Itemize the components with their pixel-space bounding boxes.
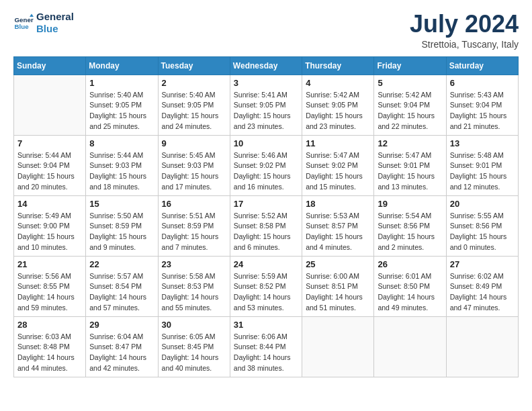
day-number: 3 (234, 78, 298, 88)
page: General Blue General Blue July 2024 Stre… (0, 0, 532, 388)
day-number: 24 (234, 259, 298, 269)
svg-text:General: General (15, 16, 34, 24)
header: General Blue General Blue July 2024 Stre… (13, 11, 519, 50)
calendar-cell: 22Sunrise: 5:57 AMSunset: 8:54 PMDayligh… (86, 256, 158, 316)
day-number: 29 (89, 320, 154, 330)
day-number: 10 (234, 138, 298, 148)
logo-icon: General Blue (13, 13, 34, 33)
calendar-cell: 28Sunrise: 6:03 AMSunset: 8:48 PMDayligh… (14, 316, 86, 377)
calendar-cell: 11Sunrise: 5:47 AMSunset: 9:02 PMDayligh… (302, 135, 374, 195)
calendar-cell: 7Sunrise: 5:44 AMSunset: 9:04 PMDaylight… (14, 135, 86, 195)
calendar-cell: 19Sunrise: 5:54 AMSunset: 8:56 PMDayligh… (374, 195, 446, 256)
day-info: Sunrise: 5:43 AMSunset: 9:04 PMDaylight:… (450, 90, 515, 132)
title-block: July 2024 Strettoia, Tuscany, Italy (410, 11, 519, 50)
day-number: 22 (89, 259, 154, 269)
calendar-cell: 15Sunrise: 5:50 AMSunset: 8:59 PMDayligh… (86, 195, 158, 256)
calendar-cell (374, 316, 446, 377)
day-info: Sunrise: 5:59 AMSunset: 8:52 PMDaylight:… (234, 271, 298, 314)
day-number: 4 (306, 78, 370, 88)
day-number: 28 (17, 320, 82, 330)
calendar-cell: 29Sunrise: 6:04 AMSunset: 8:47 PMDayligh… (86, 316, 158, 377)
location: Strettoia, Tuscany, Italy (410, 39, 519, 50)
day-info: Sunrise: 5:46 AMSunset: 9:02 PMDaylight:… (234, 150, 298, 193)
day-number: 9 (162, 138, 226, 148)
logo: General Blue General Blue (13, 11, 74, 35)
calendar-week-1: 1Sunrise: 5:40 AMSunset: 9:05 PMDaylight… (14, 75, 519, 135)
day-info: Sunrise: 6:03 AMSunset: 8:48 PMDaylight:… (17, 332, 82, 374)
header-sunday: Sunday (14, 56, 86, 75)
day-number: 21 (17, 259, 82, 269)
day-info: Sunrise: 6:02 AMSunset: 8:49 PMDaylight:… (450, 271, 515, 314)
calendar-week-3: 14Sunrise: 5:49 AMSunset: 9:00 PMDayligh… (14, 195, 519, 256)
day-info: Sunrise: 5:42 AMSunset: 9:05 PMDaylight:… (306, 90, 370, 132)
logo-general: General (36, 11, 74, 23)
day-number: 8 (89, 138, 154, 148)
day-info: Sunrise: 5:49 AMSunset: 9:00 PMDaylight:… (17, 211, 82, 253)
calendar-cell: 26Sunrise: 6:01 AMSunset: 8:50 PMDayligh… (374, 256, 446, 316)
day-info: Sunrise: 5:44 AMSunset: 9:03 PMDaylight:… (89, 150, 154, 193)
day-number: 13 (450, 138, 515, 148)
day-info: Sunrise: 6:04 AMSunset: 8:47 PMDaylight:… (89, 332, 154, 374)
calendar-cell (14, 75, 86, 135)
day-number: 12 (378, 138, 442, 148)
svg-text:Blue: Blue (15, 23, 30, 30)
calendar-cell: 31Sunrise: 6:06 AMSunset: 8:44 PMDayligh… (230, 316, 302, 377)
header-saturday: Saturday (446, 56, 518, 75)
calendar-cell (302, 316, 374, 377)
day-info: Sunrise: 5:53 AMSunset: 8:57 PMDaylight:… (306, 211, 370, 253)
logo-blue: Blue (36, 23, 74, 35)
calendar-cell: 4Sunrise: 5:42 AMSunset: 9:05 PMDaylight… (302, 75, 374, 135)
day-number: 26 (378, 259, 442, 269)
day-number: 6 (450, 78, 515, 88)
calendar-cell: 12Sunrise: 5:47 AMSunset: 9:01 PMDayligh… (374, 135, 446, 195)
calendar-cell: 30Sunrise: 6:05 AMSunset: 8:45 PMDayligh… (158, 316, 230, 377)
calendar-cell: 2Sunrise: 5:40 AMSunset: 9:05 PMDaylight… (158, 75, 230, 135)
calendar-cell: 24Sunrise: 5:59 AMSunset: 8:52 PMDayligh… (230, 256, 302, 316)
day-number: 23 (162, 259, 226, 269)
calendar-cell: 6Sunrise: 5:43 AMSunset: 9:04 PMDaylight… (446, 75, 518, 135)
calendar-cell: 25Sunrise: 6:00 AMSunset: 8:51 PMDayligh… (302, 256, 374, 316)
day-info: Sunrise: 5:40 AMSunset: 9:05 PMDaylight:… (89, 90, 154, 132)
day-info: Sunrise: 5:42 AMSunset: 9:04 PMDaylight:… (378, 90, 442, 132)
day-info: Sunrise: 6:00 AMSunset: 8:51 PMDaylight:… (306, 271, 370, 314)
day-number: 5 (378, 78, 442, 88)
calendar-cell: 27Sunrise: 6:02 AMSunset: 8:49 PMDayligh… (446, 256, 518, 316)
calendar-week-2: 7Sunrise: 5:44 AMSunset: 9:04 PMDaylight… (14, 135, 519, 195)
day-info: Sunrise: 5:52 AMSunset: 8:58 PMDaylight:… (234, 211, 298, 253)
day-info: Sunrise: 5:48 AMSunset: 9:01 PMDaylight:… (450, 150, 515, 193)
header-wednesday: Wednesday (230, 56, 302, 75)
day-number: 31 (234, 320, 298, 330)
calendar-cell: 9Sunrise: 5:45 AMSunset: 9:03 PMDaylight… (158, 135, 230, 195)
day-info: Sunrise: 6:06 AMSunset: 8:44 PMDaylight:… (234, 332, 298, 374)
header-monday: Monday (86, 56, 158, 75)
calendar-cell: 23Sunrise: 5:58 AMSunset: 8:53 PMDayligh… (158, 256, 230, 316)
day-number: 18 (306, 199, 370, 209)
day-number: 17 (234, 199, 298, 209)
day-number: 7 (17, 138, 82, 148)
day-info: Sunrise: 5:44 AMSunset: 9:04 PMDaylight:… (17, 150, 82, 193)
day-number: 19 (378, 199, 442, 209)
day-info: Sunrise: 6:01 AMSunset: 8:50 PMDaylight:… (378, 271, 442, 314)
day-info: Sunrise: 5:47 AMSunset: 9:01 PMDaylight:… (378, 150, 442, 193)
calendar-cell: 3Sunrise: 5:41 AMSunset: 9:05 PMDaylight… (230, 75, 302, 135)
calendar-table: SundayMondayTuesdayWednesdayThursdayFrid… (13, 56, 519, 377)
day-number: 1 (89, 78, 154, 88)
day-info: Sunrise: 5:58 AMSunset: 8:53 PMDaylight:… (162, 271, 226, 314)
day-number: 25 (306, 259, 370, 269)
calendar-week-5: 28Sunrise: 6:03 AMSunset: 8:48 PMDayligh… (14, 316, 519, 377)
day-info: Sunrise: 5:45 AMSunset: 9:03 PMDaylight:… (162, 150, 226, 193)
header-friday: Friday (374, 56, 446, 75)
day-info: Sunrise: 5:50 AMSunset: 8:59 PMDaylight:… (89, 211, 154, 253)
day-info: Sunrise: 6:05 AMSunset: 8:45 PMDaylight:… (162, 332, 226, 374)
calendar-cell: 16Sunrise: 5:51 AMSunset: 8:59 PMDayligh… (158, 195, 230, 256)
calendar-week-4: 21Sunrise: 5:56 AMSunset: 8:55 PMDayligh… (14, 256, 519, 316)
day-number: 27 (450, 259, 515, 269)
calendar-cell: 1Sunrise: 5:40 AMSunset: 9:05 PMDaylight… (86, 75, 158, 135)
calendar-cell: 8Sunrise: 5:44 AMSunset: 9:03 PMDaylight… (86, 135, 158, 195)
month-title: July 2024 (410, 11, 519, 38)
day-number: 11 (306, 138, 370, 148)
calendar-cell: 10Sunrise: 5:46 AMSunset: 9:02 PMDayligh… (230, 135, 302, 195)
day-info: Sunrise: 5:47 AMSunset: 9:02 PMDaylight:… (306, 150, 370, 193)
day-info: Sunrise: 5:51 AMSunset: 8:59 PMDaylight:… (162, 211, 226, 253)
day-number: 16 (162, 199, 226, 209)
